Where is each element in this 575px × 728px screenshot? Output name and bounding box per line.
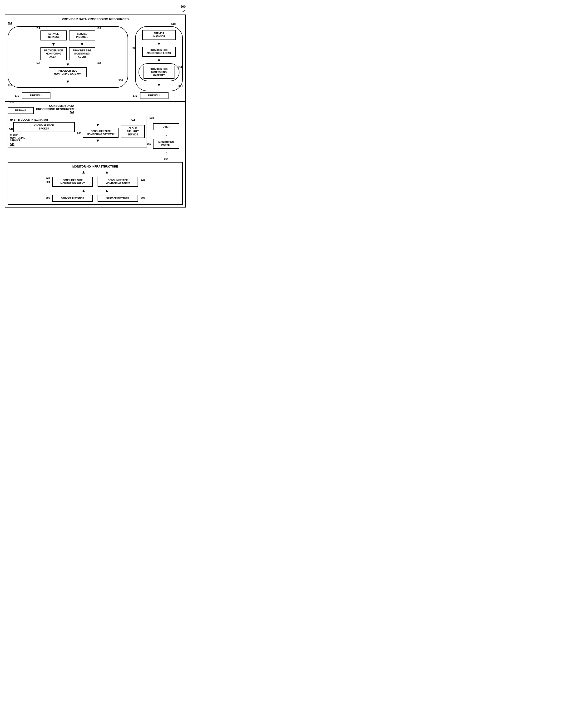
service-instance-516: SERVICEINSTANCE xyxy=(69,31,95,40)
agent-524-wrapper: 522 524 CONSUMER SIDEMONITORING AGENT xyxy=(53,177,93,187)
agents-infra-row: 522 524 CONSUMER SIDEMONITORING AGENT 52… xyxy=(10,177,180,187)
cloud-518: SERVICEINSTANCE ▼ PROVIDER SIDEMONITORIN… xyxy=(135,26,183,91)
label-536: 536 xyxy=(119,79,123,82)
arrow-from-550: ▼ xyxy=(138,82,179,88)
service-instance-518: SERVICEINSTANCE xyxy=(142,30,176,40)
si-508-wrapper: 508 SERVICE INSTANCE xyxy=(98,195,138,202)
label-510: 510 xyxy=(8,84,12,87)
agent-546-wrapper: 546 PROVIDER SIDEMONITORING AGENT xyxy=(40,47,67,60)
service-instances-infra: 506 SERVICE INSTANCE 508 SERVICE INSTANC… xyxy=(10,195,180,202)
hybrid-title: HYBRID CLOUD INTEGRATOR xyxy=(10,118,145,121)
label-522: 522 xyxy=(46,176,50,179)
label-548: 548 xyxy=(97,62,101,65)
monitoring-service-label: CLOUDMONITORINGSERVICE xyxy=(10,134,75,142)
label-502: 502 xyxy=(36,111,74,114)
arrow-down-2: ▼ xyxy=(69,41,95,47)
gateway-550: PROVIDER SIDEMONITORINGGATEWAY xyxy=(143,66,174,79)
consumer-section: 528 FIREWALL CONSUMER DATAPROCESSING RES… xyxy=(5,102,185,208)
broker-box: CLOUD SERVICEBROKER xyxy=(13,122,75,132)
label-546: 546 xyxy=(36,62,40,65)
arrow-down-518: ▼ xyxy=(138,41,179,47)
fig-number: 500 xyxy=(180,5,185,8)
service-instance-508: SERVICE INSTANCE xyxy=(98,195,138,202)
service-instances-row: 514 SERVICEINSTANCE 516 SERVICEINSTANCE xyxy=(11,31,125,40)
label-528: 528 xyxy=(10,101,14,104)
arrow-up-si-2: ▲ xyxy=(105,188,109,194)
hybrid-integrator-box: HYBRID CLOUD INTEGRATOR 542 CLOUD SERVIC… xyxy=(8,116,147,148)
agent-538: PROVIDER SIDEMONITORING AGENT xyxy=(142,47,176,57)
consumer-left: 528 FIREWALL CONSUMER DATAPROCESSING RES… xyxy=(8,104,147,160)
cloud-550: PROVIDER SIDEMONITORINGGATEWAY xyxy=(138,63,179,81)
label-506: 506 xyxy=(46,196,50,199)
monitoring-portal: MONITORINGPORTAL xyxy=(153,139,179,149)
fig-arrow: ↙ xyxy=(182,8,185,13)
arrow-down-550: ▼ xyxy=(138,58,179,63)
label-532: 532 xyxy=(133,94,137,97)
consumer-inner: 528 FIREWALL CONSUMER DATAPROCESSING RES… xyxy=(8,104,183,160)
label-530: 530 xyxy=(15,94,19,97)
agent-538-wrapper: PROVIDER SIDEMONITORING AGENT 538 xyxy=(138,47,179,57)
instance-516-wrapper: 516 SERVICEINSTANCE xyxy=(69,31,95,40)
csmg-row: 534 CONSUMER SIDEMONITORING GATEWAY xyxy=(77,128,119,138)
user-box: USER xyxy=(153,123,179,130)
provider-title: PROVIDER DATA PROCESSING RESOURCES xyxy=(8,18,183,21)
consumer-title: CONSUMER DATAPROCESSING RESOURCES xyxy=(36,104,74,111)
cloud-504: 514 SERVICEINSTANCE 516 SERVICEINSTANCE … xyxy=(8,26,128,88)
arrow-up-2: ▲ xyxy=(105,169,109,175)
security-wrapper: 544 CLOUDSECURITYSERVICE xyxy=(121,122,145,138)
arrows-to-agents: ▼ ▼ xyxy=(11,41,125,47)
label-538: 538 xyxy=(132,47,136,49)
broker-wrapper: 542 CLOUD SERVICEBROKER CLOUDMONITORINGS… xyxy=(10,122,75,146)
cloud-518-wrapper: 518 SERVICEINSTANCE ▼ PROVIDER SIDEMONIT… xyxy=(135,23,183,91)
arrows-up-to-infra: ▲ ▲ xyxy=(10,169,180,175)
agent-526-wrapper: 526 CONSUMER SIDEMONITORING AGENT xyxy=(98,177,138,187)
gateway-536-wrapper: PROVIDER SIDEMONITORING GATEWAY 536 xyxy=(11,67,125,77)
gateway-536: PROVIDER SIDEMONITORING GATEWAY xyxy=(49,67,87,77)
arrow-up-1: ▲ xyxy=(81,169,86,175)
arrow-from-gateway: ▼ xyxy=(11,79,125,84)
firewalls-row: 530 FIREWALL 532 FIREWALL xyxy=(8,92,183,99)
arrow-up-si-1: ▲ xyxy=(81,188,86,194)
label-514: 514 xyxy=(36,27,40,30)
label-524: 524 xyxy=(46,181,50,183)
agent-548: PROVIDER SIDEMONITORING AGENT xyxy=(69,47,95,60)
firewall-532: FIREWALL xyxy=(140,92,169,99)
infra-title: MONITORING INFRASTRUCTURE xyxy=(10,165,180,168)
label-504: 504 xyxy=(8,22,12,25)
label-526: 526 xyxy=(141,178,145,181)
consumer-right: 520 USER ↕ 552 MONITORINGPORTAL ↕ 554 xyxy=(149,104,183,160)
consumer-gateway-534: CONSUMER SIDEMONITORING GATEWAY xyxy=(83,128,119,138)
agent-526: CONSUMER SIDEMONITORING AGENT xyxy=(98,177,138,187)
arrow-updown-user: ↕ xyxy=(165,130,167,139)
si-506-wrapper: 506 SERVICE INSTANCE xyxy=(53,195,93,202)
label-518: 518 xyxy=(171,22,176,25)
label-554: 554 xyxy=(164,157,168,160)
label-542: 542 xyxy=(9,128,13,131)
firewall-532-wrapper: 532 FIREWALL xyxy=(140,92,169,99)
service-instance-506: SERVICE INSTANCE xyxy=(53,195,93,202)
label-516: 516 xyxy=(97,27,101,30)
arrow-down-1: ▼ xyxy=(40,41,67,47)
security-544: CLOUDSECURITYSERVICE xyxy=(121,125,145,138)
instance-514-wrapper: 514 SERVICEINSTANCE xyxy=(40,31,67,40)
agents-row: 546 PROVIDER SIDEMONITORING AGENT 548 PR… xyxy=(11,47,125,60)
cloud-550-wrapper: 550 PROVIDER SIDEMONITORINGGATEWAY xyxy=(138,63,179,81)
agent-546: PROVIDER SIDEMONITORING AGENT xyxy=(40,47,67,60)
provider-inner: 504 514 SERVICEINSTANCE 516 SERVICEINSTA… xyxy=(8,23,183,91)
hybrid-inner: 542 CLOUD SERVICEBROKER CLOUDMONITORINGS… xyxy=(10,122,145,146)
instance-518-container: SERVICEINSTANCE xyxy=(138,30,179,40)
arrow-to-csmg: ▼ xyxy=(96,122,100,128)
monitoring-infra: MONITORING INFRASTRUCTURE ▲ ▲ 522 524 CO… xyxy=(8,162,183,205)
arrow-to-gateway: ▼ xyxy=(11,62,125,67)
label-552: 552 xyxy=(147,142,151,145)
arrows-up-from-instances: ▲ ▲ xyxy=(10,188,180,194)
label-520: 520 xyxy=(149,116,154,119)
cloud-504-wrapper: 504 514 SERVICEINSTANCE 516 SERVICEINSTA… xyxy=(8,23,128,91)
firewall-528: FIREWALL xyxy=(8,107,34,114)
firewall-528-wrapper: 528 FIREWALL xyxy=(8,104,34,114)
agent-524: CONSUMER SIDEMONITORING AGENT xyxy=(53,177,93,187)
arrow-from-csmg: ▼ xyxy=(96,138,100,143)
firewall-530: FIREWALL xyxy=(22,92,50,99)
portal-wrapper: 552 MONITORINGPORTAL xyxy=(153,139,179,149)
consumer-top-row: 528 FIREWALL CONSUMER DATAPROCESSING RES… xyxy=(8,104,147,114)
